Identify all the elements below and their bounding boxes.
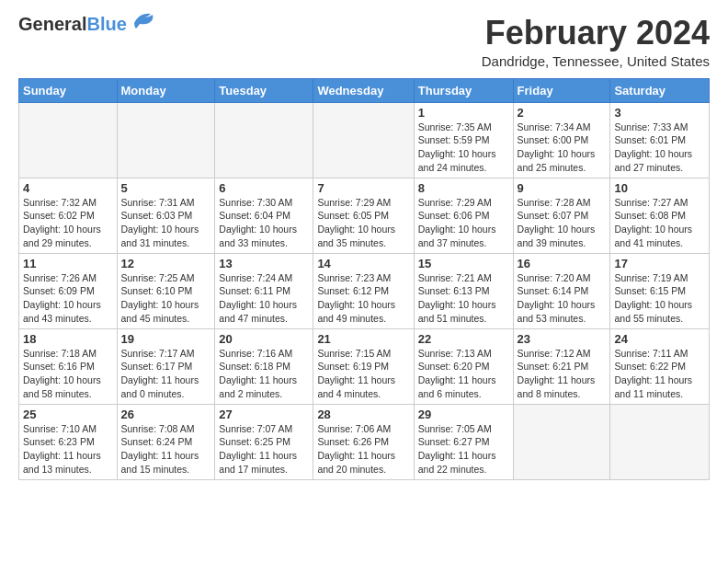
- calendar-week-0: 1Sunrise: 7:35 AMSunset: 5:59 PMDaylight…: [19, 102, 710, 178]
- calendar-cell: 28Sunrise: 7:06 AMSunset: 6:26 PMDayligh…: [313, 404, 414, 479]
- day-info: Sunrise: 7:31 AMSunset: 6:03 PMDaylight:…: [121, 196, 211, 250]
- calendar-cell: [313, 102, 414, 178]
- calendar-cell: 10Sunrise: 7:27 AMSunset: 6:08 PMDayligh…: [610, 178, 710, 253]
- day-number: 17: [614, 257, 705, 270]
- day-number: 15: [418, 257, 509, 270]
- calendar-cell: 13Sunrise: 7:24 AMSunset: 6:11 PMDayligh…: [215, 253, 313, 328]
- day-number: 11: [23, 257, 113, 270]
- day-number: 26: [121, 408, 211, 421]
- day-info: Sunrise: 7:16 AMSunset: 6:18 PMDaylight:…: [219, 347, 309, 401]
- day-number: 22: [418, 332, 509, 346]
- calendar-header: Sunday Monday Tuesday Wednesday Thursday…: [19, 78, 710, 102]
- day-number: 23: [518, 332, 607, 346]
- day-info: Sunrise: 7:20 AMSunset: 6:14 PMDaylight:…: [518, 271, 607, 326]
- calendar-cell: 25Sunrise: 7:10 AMSunset: 6:23 PMDayligh…: [19, 404, 118, 479]
- calendar-cell: 9Sunrise: 7:28 AMSunset: 6:07 PMDaylight…: [513, 178, 610, 253]
- day-info: Sunrise: 7:21 AMSunset: 6:13 PMDaylight:…: [418, 271, 509, 326]
- day-info: Sunrise: 7:18 AMSunset: 6:16 PMDaylight:…: [23, 347, 113, 401]
- day-info: Sunrise: 7:11 AMSunset: 6:22 PMDaylight:…: [614, 347, 705, 401]
- calendar-cell: 19Sunrise: 7:17 AMSunset: 6:17 PMDayligh…: [117, 328, 215, 404]
- day-info: Sunrise: 7:25 AMSunset: 6:10 PMDaylight:…: [121, 271, 211, 326]
- day-number: 12: [121, 257, 211, 270]
- day-info: Sunrise: 7:35 AMSunset: 5:59 PMDaylight:…: [418, 121, 509, 175]
- calendar-cell: 2Sunrise: 7:34 AMSunset: 6:00 PMDaylight…: [513, 102, 610, 178]
- logo: GeneralBlue: [18, 15, 156, 33]
- day-number: 13: [219, 257, 309, 270]
- day-info: Sunrise: 7:05 AMSunset: 6:27 PMDaylight:…: [418, 422, 509, 477]
- calendar-cell: [117, 102, 215, 178]
- day-number: 7: [317, 181, 409, 195]
- calendar-week-3: 18Sunrise: 7:18 AMSunset: 6:16 PMDayligh…: [19, 328, 710, 404]
- day-number: 29: [418, 408, 509, 421]
- calendar-cell: 7Sunrise: 7:29 AMSunset: 6:05 PMDaylight…: [313, 178, 414, 253]
- day-info: Sunrise: 7:26 AMSunset: 6:09 PMDaylight:…: [23, 271, 113, 326]
- day-info: Sunrise: 7:08 AMSunset: 6:24 PMDaylight:…: [121, 422, 211, 477]
- logo-text: GeneralBlue: [18, 15, 127, 33]
- day-info: Sunrise: 7:15 AMSunset: 6:19 PMDaylight:…: [317, 347, 409, 401]
- day-info: Sunrise: 7:06 AMSunset: 6:26 PMDaylight:…: [317, 422, 409, 477]
- calendar-cell: 24Sunrise: 7:11 AMSunset: 6:22 PMDayligh…: [610, 328, 710, 404]
- calendar-cell: 21Sunrise: 7:15 AMSunset: 6:19 PMDayligh…: [313, 328, 414, 404]
- calendar-cell: [513, 404, 610, 479]
- day-info: Sunrise: 7:27 AMSunset: 6:08 PMDaylight:…: [614, 196, 705, 250]
- title-block: February 2024 Dandridge, Tennessee, Unit…: [482, 15, 710, 69]
- calendar-cell: 8Sunrise: 7:29 AMSunset: 6:06 PMDaylight…: [414, 178, 513, 253]
- day-number: 2: [518, 106, 607, 120]
- day-number: 25: [23, 408, 113, 421]
- logo-bird-icon: [131, 10, 156, 30]
- day-number: 5: [121, 181, 211, 195]
- day-number: 28: [317, 408, 409, 421]
- calendar-week-4: 25Sunrise: 7:10 AMSunset: 6:23 PMDayligh…: [19, 404, 710, 479]
- day-info: Sunrise: 7:28 AMSunset: 6:07 PMDaylight:…: [518, 196, 607, 250]
- day-number: 8: [418, 181, 509, 195]
- weekday-sunday: Sunday: [19, 78, 118, 102]
- day-info: Sunrise: 7:23 AMSunset: 6:12 PMDaylight:…: [317, 271, 409, 326]
- calendar-cell: [19, 102, 118, 178]
- calendar-cell: 5Sunrise: 7:31 AMSunset: 6:03 PMDaylight…: [117, 178, 215, 253]
- calendar-cell: 17Sunrise: 7:19 AMSunset: 6:15 PMDayligh…: [610, 253, 710, 328]
- day-number: 10: [614, 181, 705, 195]
- calendar-cell: 4Sunrise: 7:32 AMSunset: 6:02 PMDaylight…: [19, 178, 118, 253]
- day-number: 16: [518, 257, 607, 270]
- weekday-thursday: Thursday: [414, 78, 513, 102]
- day-info: Sunrise: 7:34 AMSunset: 6:00 PMDaylight:…: [518, 121, 607, 175]
- day-info: Sunrise: 7:10 AMSunset: 6:23 PMDaylight:…: [23, 422, 113, 477]
- day-number: 20: [219, 332, 309, 346]
- calendar-week-2: 11Sunrise: 7:26 AMSunset: 6:09 PMDayligh…: [19, 253, 710, 328]
- weekday-friday: Friday: [513, 78, 610, 102]
- calendar-table: Sunday Monday Tuesday Wednesday Thursday…: [18, 78, 710, 480]
- calendar-cell: [610, 404, 710, 479]
- weekday-row: Sunday Monday Tuesday Wednesday Thursday…: [19, 78, 710, 102]
- weekday-monday: Monday: [117, 78, 215, 102]
- day-number: 24: [614, 332, 705, 346]
- calendar-week-1: 4Sunrise: 7:32 AMSunset: 6:02 PMDaylight…: [19, 178, 710, 253]
- calendar-cell: 16Sunrise: 7:20 AMSunset: 6:14 PMDayligh…: [513, 253, 610, 328]
- calendar-cell: 26Sunrise: 7:08 AMSunset: 6:24 PMDayligh…: [117, 404, 215, 479]
- calendar-cell: 22Sunrise: 7:13 AMSunset: 6:20 PMDayligh…: [414, 328, 513, 404]
- page: GeneralBlue February 2024 Dandridge, Ten…: [0, 0, 728, 489]
- weekday-wednesday: Wednesday: [313, 78, 414, 102]
- calendar-cell: 1Sunrise: 7:35 AMSunset: 5:59 PMDaylight…: [414, 102, 513, 178]
- location: Dandridge, Tennessee, United States: [482, 53, 710, 69]
- day-info: Sunrise: 7:12 AMSunset: 6:21 PMDaylight:…: [518, 347, 607, 401]
- day-number: 21: [317, 332, 409, 346]
- calendar-cell: 11Sunrise: 7:26 AMSunset: 6:09 PMDayligh…: [19, 253, 118, 328]
- month-title: February 2024: [482, 15, 710, 52]
- calendar-cell: 14Sunrise: 7:23 AMSunset: 6:12 PMDayligh…: [313, 253, 414, 328]
- day-info: Sunrise: 7:24 AMSunset: 6:11 PMDaylight:…: [219, 271, 309, 326]
- weekday-tuesday: Tuesday: [215, 78, 313, 102]
- calendar-cell: 12Sunrise: 7:25 AMSunset: 6:10 PMDayligh…: [117, 253, 215, 328]
- day-number: 27: [219, 408, 309, 421]
- calendar-cell: 15Sunrise: 7:21 AMSunset: 6:13 PMDayligh…: [414, 253, 513, 328]
- calendar-body: 1Sunrise: 7:35 AMSunset: 5:59 PMDaylight…: [19, 102, 710, 479]
- day-number: 19: [121, 332, 211, 346]
- calendar-cell: 27Sunrise: 7:07 AMSunset: 6:25 PMDayligh…: [215, 404, 313, 479]
- calendar-cell: 18Sunrise: 7:18 AMSunset: 6:16 PMDayligh…: [19, 328, 118, 404]
- day-info: Sunrise: 7:30 AMSunset: 6:04 PMDaylight:…: [219, 196, 309, 250]
- calendar-cell: 29Sunrise: 7:05 AMSunset: 6:27 PMDayligh…: [414, 404, 513, 479]
- day-info: Sunrise: 7:29 AMSunset: 6:05 PMDaylight:…: [317, 196, 409, 250]
- day-info: Sunrise: 7:13 AMSunset: 6:20 PMDaylight:…: [418, 347, 509, 401]
- day-number: 18: [23, 332, 113, 346]
- day-number: 6: [219, 181, 309, 195]
- calendar-cell: 23Sunrise: 7:12 AMSunset: 6:21 PMDayligh…: [513, 328, 610, 404]
